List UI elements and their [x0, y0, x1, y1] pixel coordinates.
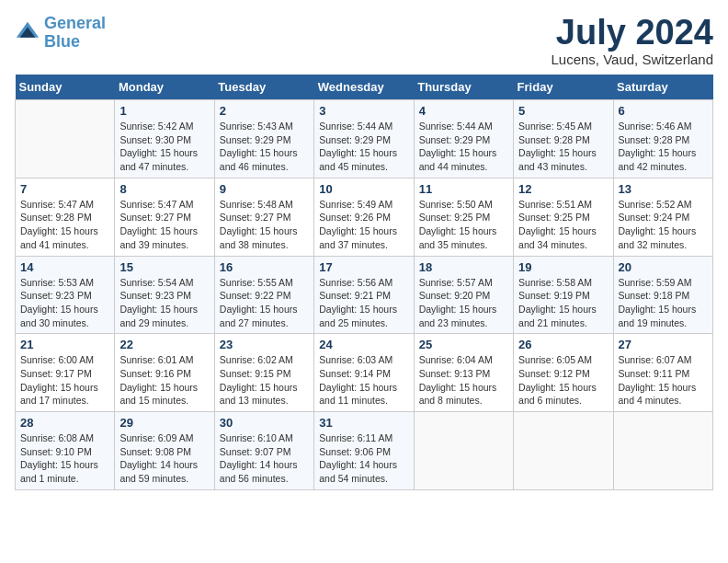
day-number: 9	[220, 182, 309, 196]
day-info: Sunrise: 5:59 AM Sunset: 9:18 PM Dayligh…	[619, 276, 708, 330]
day-number: 7	[20, 182, 109, 196]
day-number: 27	[619, 338, 708, 351]
day-number: 16	[220, 260, 309, 274]
day-info: Sunrise: 6:02 AM Sunset: 9:15 PM Dayligh…	[220, 353, 309, 408]
logo: General Blue	[15, 15, 106, 52]
calendar-table: SundayMondayTuesdayWednesdayThursdayFrid…	[15, 75, 713, 490]
day-number: 4	[419, 104, 508, 118]
day-info: Sunrise: 5:56 AM Sunset: 9:21 PM Dayligh…	[319, 276, 408, 330]
calendar-cell: 3Sunrise: 5:44 AM Sunset: 9:29 PM Daylig…	[314, 100, 414, 178]
day-number: 14	[20, 260, 109, 274]
day-number: 18	[419, 260, 508, 274]
page-header: General Blue July 2024 Lucens, Vaud, Swi…	[15, 15, 713, 67]
logo-line1: General	[44, 14, 106, 32]
calendar-cell: 27Sunrise: 6:07 AM Sunset: 9:11 PM Dayli…	[613, 334, 712, 412]
day-info: Sunrise: 6:03 AM Sunset: 9:14 PM Dayligh…	[319, 353, 408, 408]
day-info: Sunrise: 6:07 AM Sunset: 9:11 PM Dayligh…	[619, 353, 708, 408]
calendar-week-row: 7Sunrise: 5:47 AM Sunset: 9:28 PM Daylig…	[16, 178, 713, 256]
day-info: Sunrise: 6:00 AM Sunset: 9:17 PM Dayligh…	[20, 353, 109, 408]
day-info: Sunrise: 6:09 AM Sunset: 9:08 PM Dayligh…	[119, 431, 209, 486]
day-info: Sunrise: 6:01 AM Sunset: 9:16 PM Dayligh…	[119, 353, 209, 408]
day-info: Sunrise: 5:58 AM Sunset: 9:19 PM Dayligh…	[518, 276, 608, 330]
weekday-header-row: SundayMondayTuesdayWednesdayThursdayFrid…	[16, 75, 713, 100]
calendar-week-row: 14Sunrise: 5:53 AM Sunset: 9:23 PM Dayli…	[16, 256, 713, 334]
day-info: Sunrise: 5:57 AM Sunset: 9:20 PM Dayligh…	[419, 276, 508, 330]
title-block: July 2024 Lucens, Vaud, Switzerland	[552, 15, 714, 67]
day-number: 11	[419, 182, 508, 196]
weekday-header-thursday: Thursday	[414, 75, 513, 100]
day-info: Sunrise: 5:44 AM Sunset: 9:29 PM Dayligh…	[319, 120, 408, 174]
calendar-cell: 1Sunrise: 5:42 AM Sunset: 9:30 PM Daylig…	[115, 100, 214, 178]
calendar-cell: 9Sunrise: 5:48 AM Sunset: 9:27 PM Daylig…	[214, 178, 313, 256]
logo-text: General Blue	[44, 15, 106, 52]
day-info: Sunrise: 5:55 AM Sunset: 9:22 PM Dayligh…	[220, 276, 309, 330]
day-info: Sunrise: 5:42 AM Sunset: 9:30 PM Dayligh…	[119, 120, 209, 174]
calendar-week-row: 1Sunrise: 5:42 AM Sunset: 9:30 PM Daylig…	[16, 100, 713, 178]
calendar-cell: 25Sunrise: 6:04 AM Sunset: 9:13 PM Dayli…	[414, 334, 513, 412]
day-number: 5	[518, 104, 608, 118]
day-number: 2	[220, 104, 309, 118]
day-number: 10	[319, 182, 408, 196]
calendar-cell: 7Sunrise: 5:47 AM Sunset: 9:28 PM Daylig…	[16, 178, 115, 256]
day-info: Sunrise: 5:52 AM Sunset: 9:24 PM Dayligh…	[619, 198, 708, 252]
calendar-cell: 31Sunrise: 6:11 AM Sunset: 9:06 PM Dayli…	[314, 412, 414, 490]
day-info: Sunrise: 5:50 AM Sunset: 9:25 PM Dayligh…	[419, 198, 508, 252]
day-info: Sunrise: 5:47 AM Sunset: 9:27 PM Dayligh…	[119, 198, 209, 252]
weekday-header-sunday: Sunday	[16, 75, 115, 100]
day-info: Sunrise: 6:08 AM Sunset: 9:10 PM Dayligh…	[20, 431, 109, 486]
day-number: 1	[119, 104, 209, 118]
calendar-cell	[613, 412, 712, 490]
day-number: 23	[220, 338, 309, 351]
day-info: Sunrise: 6:04 AM Sunset: 9:13 PM Dayligh…	[419, 353, 508, 408]
weekday-header-saturday: Saturday	[613, 75, 712, 100]
calendar-cell	[16, 100, 115, 178]
calendar-cell: 22Sunrise: 6:01 AM Sunset: 9:16 PM Dayli…	[115, 334, 214, 412]
day-number: 28	[20, 416, 109, 430]
day-info: Sunrise: 6:11 AM Sunset: 9:06 PM Dayligh…	[319, 431, 408, 486]
location: Lucens, Vaud, Switzerland	[552, 52, 714, 67]
day-number: 31	[319, 416, 408, 430]
day-info: Sunrise: 6:05 AM Sunset: 9:12 PM Dayligh…	[518, 353, 608, 408]
calendar-cell: 20Sunrise: 5:59 AM Sunset: 9:18 PM Dayli…	[613, 256, 712, 334]
calendar-cell: 10Sunrise: 5:49 AM Sunset: 9:26 PM Dayli…	[314, 178, 414, 256]
calendar-cell: 24Sunrise: 6:03 AM Sunset: 9:14 PM Dayli…	[314, 334, 414, 412]
calendar-cell: 21Sunrise: 6:00 AM Sunset: 9:17 PM Dayli…	[16, 334, 115, 412]
calendar-cell: 28Sunrise: 6:08 AM Sunset: 9:10 PM Dayli…	[16, 412, 115, 490]
day-info: Sunrise: 5:48 AM Sunset: 9:27 PM Dayligh…	[220, 198, 309, 252]
calendar-cell	[414, 412, 513, 490]
day-number: 29	[119, 416, 209, 430]
day-number: 21	[20, 338, 109, 351]
day-number: 12	[518, 182, 608, 196]
day-info: Sunrise: 5:47 AM Sunset: 9:28 PM Dayligh…	[20, 198, 109, 252]
day-number: 6	[619, 104, 708, 118]
calendar-cell: 16Sunrise: 5:55 AM Sunset: 9:22 PM Dayli…	[214, 256, 313, 334]
day-info: Sunrise: 5:54 AM Sunset: 9:23 PM Dayligh…	[119, 276, 209, 330]
calendar-cell: 18Sunrise: 5:57 AM Sunset: 9:20 PM Dayli…	[414, 256, 513, 334]
calendar-cell: 4Sunrise: 5:44 AM Sunset: 9:29 PM Daylig…	[414, 100, 513, 178]
calendar-week-row: 21Sunrise: 6:00 AM Sunset: 9:17 PM Dayli…	[16, 334, 713, 412]
day-number: 15	[119, 260, 209, 274]
month-title: July 2024	[552, 15, 714, 50]
calendar-cell: 12Sunrise: 5:51 AM Sunset: 9:25 PM Dayli…	[514, 178, 613, 256]
day-info: Sunrise: 5:51 AM Sunset: 9:25 PM Dayligh…	[518, 198, 608, 252]
day-number: 8	[119, 182, 209, 196]
weekday-header-friday: Friday	[514, 75, 613, 100]
day-info: Sunrise: 5:43 AM Sunset: 9:29 PM Dayligh…	[220, 120, 309, 174]
day-number: 22	[119, 338, 209, 351]
calendar-cell: 17Sunrise: 5:56 AM Sunset: 9:21 PM Dayli…	[314, 256, 414, 334]
calendar-cell: 15Sunrise: 5:54 AM Sunset: 9:23 PM Dayli…	[115, 256, 214, 334]
calendar-cell: 19Sunrise: 5:58 AM Sunset: 9:19 PM Dayli…	[514, 256, 613, 334]
calendar-cell: 23Sunrise: 6:02 AM Sunset: 9:15 PM Dayli…	[214, 334, 313, 412]
calendar-cell: 8Sunrise: 5:47 AM Sunset: 9:27 PM Daylig…	[115, 178, 214, 256]
day-number: 19	[518, 260, 608, 274]
calendar-cell: 29Sunrise: 6:09 AM Sunset: 9:08 PM Dayli…	[115, 412, 214, 490]
day-info: Sunrise: 5:44 AM Sunset: 9:29 PM Dayligh…	[419, 120, 508, 174]
weekday-header-monday: Monday	[115, 75, 214, 100]
calendar-cell: 13Sunrise: 5:52 AM Sunset: 9:24 PM Dayli…	[613, 178, 712, 256]
day-info: Sunrise: 5:45 AM Sunset: 9:28 PM Dayligh…	[518, 120, 608, 174]
calendar-cell: 6Sunrise: 5:46 AM Sunset: 9:28 PM Daylig…	[613, 100, 712, 178]
day-info: Sunrise: 5:46 AM Sunset: 9:28 PM Dayligh…	[619, 120, 708, 174]
calendar-cell: 26Sunrise: 6:05 AM Sunset: 9:12 PM Dayli…	[514, 334, 613, 412]
day-number: 3	[319, 104, 408, 118]
calendar-cell: 14Sunrise: 5:53 AM Sunset: 9:23 PM Dayli…	[16, 256, 115, 334]
